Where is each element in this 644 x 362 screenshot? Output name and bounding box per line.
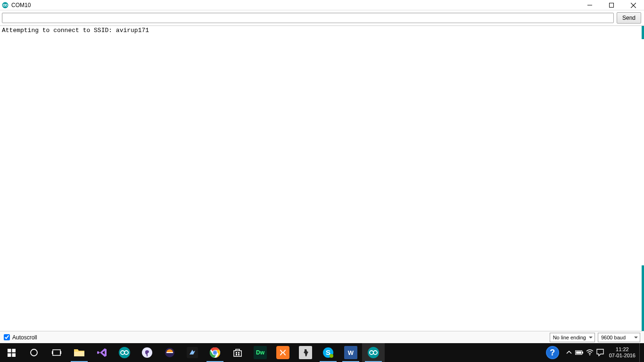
folder-icon (73, 346, 86, 359)
svg-rect-10 (12, 353, 16, 357)
svg-rect-9 (8, 353, 11, 357)
taskbar-item-visual-studio[interactable] (91, 343, 113, 362)
minimize-button[interactable] (579, 0, 601, 10)
baud-rate-select[interactable]: 9600 baud (598, 333, 640, 342)
svg-point-28 (214, 351, 216, 354)
tray-chevron-up-icon[interactable] (564, 343, 574, 362)
svg-rect-12 (53, 350, 60, 355)
taskbar-item-dreamweaver[interactable]: Dw (249, 343, 272, 362)
taskbar-item-file-explorer[interactable] (68, 343, 91, 362)
svg-rect-30 (238, 352, 239, 354)
taskbar-item-cs[interactable] (294, 343, 317, 362)
serial-output-text: Attempting to connect to SSID: avirup171 (0, 26, 644, 36)
serial-output-area: Attempting to connect to SSID: avirup171 (0, 25, 644, 331)
svg-rect-4 (610, 3, 614, 8)
battery-icon[interactable] (574, 343, 585, 362)
taskbar-item-app-dark-bird[interactable] (181, 343, 204, 362)
chevron-down-icon (634, 337, 638, 338)
arduino-icon (367, 346, 380, 359)
serial-monitor-footer: Autoscroll No line ending 9600 baud (0, 331, 644, 343)
taskbar-item-github[interactable] (136, 343, 158, 362)
svg-rect-41 (576, 352, 581, 354)
chrome-icon (208, 346, 222, 359)
svg-point-42 (589, 354, 590, 355)
taskbar-item-store[interactable] (226, 343, 249, 362)
line-ending-value: No line ending (553, 335, 586, 340)
task-view-button[interactable] (45, 343, 68, 362)
clock-time: 11:22 (609, 346, 636, 353)
serial-input-row: Send (0, 10, 644, 25)
cortana-button[interactable] (23, 343, 45, 362)
taskbar-item-arduino-active[interactable] (362, 343, 385, 362)
xampp-icon (276, 346, 289, 359)
svg-rect-7 (8, 349, 11, 353)
taskbar-clock[interactable]: 11:22 07-01-2016 (605, 346, 639, 359)
taskbar-item-eclipse[interactable] (158, 343, 181, 362)
arduino-icon (2, 2, 8, 8)
svg-rect-14 (60, 351, 61, 354)
taskbar-item-arduino[interactable] (113, 343, 136, 362)
svg-rect-15 (74, 352, 84, 356)
word-icon: W (344, 346, 357, 359)
svg-point-11 (31, 349, 37, 356)
visual-studio-icon (95, 346, 108, 359)
start-button[interactable] (0, 343, 23, 362)
svg-rect-13 (52, 351, 53, 354)
taskbar-left-group: Dw S W (0, 343, 385, 362)
skype-icon: S (322, 346, 335, 359)
autoscroll-label: Autoscroll (12, 334, 37, 341)
close-button[interactable] (622, 0, 644, 10)
send-button[interactable]: Send (617, 12, 641, 24)
taskbar-item-xampp[interactable] (272, 343, 294, 362)
svg-rect-29 (236, 352, 237, 354)
eclipse-icon (163, 346, 176, 359)
counter-strike-icon (299, 346, 312, 359)
taskbar-item-chrome[interactable] (204, 343, 226, 362)
svg-point-20 (146, 351, 147, 352)
action-center-icon[interactable] (595, 343, 605, 362)
autoscroll-checkbox[interactable] (4, 334, 10, 340)
chevron-down-icon (589, 337, 593, 338)
bird-icon (186, 346, 199, 359)
svg-rect-23 (166, 352, 173, 353)
line-ending-select[interactable]: No line ending (550, 333, 595, 342)
baud-rate-value: 9600 baud (601, 335, 626, 340)
github-icon (140, 346, 154, 359)
clock-date: 07-01-2016 (609, 353, 636, 359)
taskbar-item-skype[interactable]: S (317, 343, 339, 362)
svg-rect-8 (12, 349, 16, 353)
wifi-icon[interactable] (585, 343, 595, 362)
svg-rect-32 (238, 354, 239, 355)
window-controls (579, 0, 644, 10)
window-title: COM10 (11, 2, 31, 8)
windows-taskbar: Dw S W (0, 343, 644, 362)
maximize-button[interactable] (601, 0, 622, 10)
title-bar: COM10 (0, 0, 644, 10)
store-icon (231, 346, 244, 359)
svg-point-35 (330, 354, 333, 358)
svg-rect-40 (582, 352, 583, 354)
arduino-icon (118, 346, 131, 359)
show-desktop-button[interactable] (639, 343, 642, 362)
svg-rect-31 (236, 354, 237, 355)
taskbar-item-word[interactable]: W (339, 343, 362, 362)
dreamweaver-icon: Dw (254, 346, 267, 359)
taskbar-right-group: ? 11:22 07-01-2016 (546, 343, 644, 362)
serial-input[interactable] (2, 13, 614, 23)
svg-point-21 (148, 351, 149, 352)
help-icon[interactable]: ? (546, 346, 559, 359)
